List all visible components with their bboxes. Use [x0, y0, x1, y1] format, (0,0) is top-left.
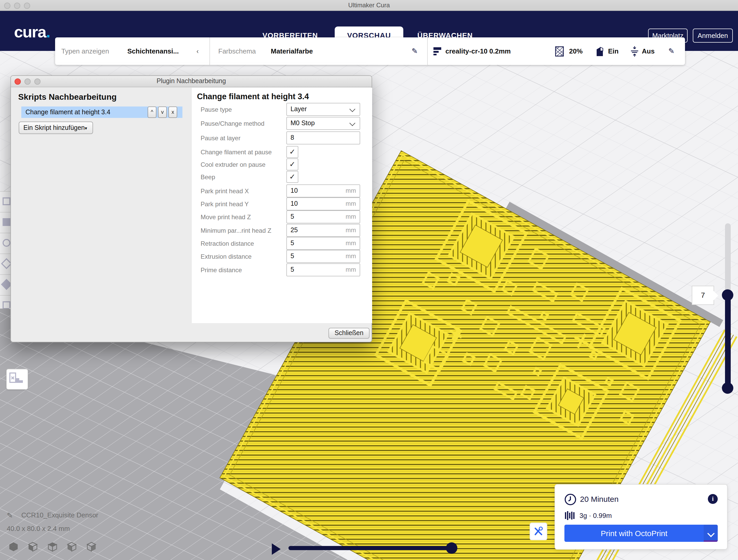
tool-button[interactable] [0, 274, 11, 296]
field-row: Pause type Layer [192, 103, 372, 116]
layer-slider-range[interactable] [725, 295, 731, 388]
left-tool-strip [0, 191, 11, 309]
path-slider-track[interactable] [289, 546, 448, 550]
adhesion-value[interactable]: Aus [642, 37, 655, 65]
tool-button[interactable] [0, 212, 11, 233]
unit-label: mm [346, 264, 356, 276]
unit-label: mm [346, 250, 356, 262]
dialog-minimize-button[interactable] [24, 78, 31, 85]
dialog-zoom-button[interactable] [34, 78, 41, 85]
view-left-icon[interactable] [66, 542, 78, 552]
print-with-octoprint-button[interactable]: Print with OctoPrint [565, 525, 718, 542]
per-model-settings-icon [9, 373, 24, 385]
minimum-park-head-z-input[interactable]: 25 mm [286, 224, 360, 237]
tool-button[interactable] [0, 191, 11, 212]
print-profile-value[interactable]: creality-cr-10 0.2mm [445, 37, 511, 65]
prime-distance-input[interactable]: 5 mm [286, 263, 360, 276]
field-label: Extrusion distance [201, 253, 252, 260]
pause-at-layer-input[interactable]: 8 [286, 131, 360, 144]
play-path-button[interactable] [272, 543, 281, 555]
support-icon [596, 46, 605, 57]
info-icon[interactable]: i [708, 494, 718, 504]
field-row: Prime distance 5 mm [192, 263, 372, 276]
view-settings-toolbar: Typen anzeigen Schichtenansi... ‹ Farbsc… [55, 37, 685, 65]
macos-titlebar: Ultimaker Cura [0, 0, 738, 11]
material-estimate: 3g · 0.99m [580, 512, 612, 520]
path-slider-handle[interactable] [446, 542, 457, 554]
pause-method-select[interactable]: M0 Stop [286, 117, 360, 130]
print-options-dropdown[interactable] [704, 525, 718, 542]
view-front-icon[interactable] [27, 542, 39, 552]
close-dialog-button[interactable]: Schließen [328, 328, 370, 339]
field-row: Pause at layer 8 [192, 131, 372, 144]
tool-button[interactable] [0, 253, 11, 275]
tool-icon [3, 218, 10, 226]
chevron-down-icon [350, 106, 355, 112]
layer-slider-bottom-handle[interactable] [722, 382, 733, 394]
move-head-z-input[interactable]: 5 mm [286, 210, 360, 223]
dialog-titlebar[interactable]: Plugin Nachbearbeitung [11, 76, 372, 87]
check-icon: ✓ [289, 147, 295, 156]
park-head-x-input[interactable]: 10 mm [286, 184, 360, 197]
model-dimensions: 40.0 x 80.0 x 2.4 mm [7, 525, 70, 532]
retraction-distance-input[interactable]: 5 mm [286, 237, 360, 250]
collapse-panel-icon[interactable]: ‹ [197, 37, 199, 65]
park-head-y-input[interactable]: 10 mm [286, 197, 360, 210]
minimize-window-button[interactable] [14, 3, 20, 9]
infill-value[interactable]: 20% [569, 37, 583, 65]
layer-slider-top-handle[interactable] [722, 290, 733, 301]
per-model-settings-button[interactable] [6, 369, 28, 390]
wrench-icon [533, 526, 543, 537]
selected-script-label: Change filament at height 3.4 [25, 109, 110, 116]
material-icon [565, 511, 576, 520]
script-settings-heading: Change filament at height 3.4 [197, 92, 309, 101]
move-script-down-button[interactable]: v [158, 106, 167, 118]
zoom-window-button[interactable] [24, 3, 30, 9]
cool-extruder-checkbox[interactable]: ✓ [286, 158, 298, 170]
view-3d-icon[interactable] [8, 542, 19, 552]
camera-view-presets [8, 542, 97, 554]
field-label: Pause type [201, 106, 232, 113]
move-script-up-button[interactable]: ^ [147, 106, 156, 118]
change-filament-checkbox[interactable]: ✓ [286, 146, 298, 158]
layer-number-badge: 7 [692, 286, 714, 305]
edit-model-name-icon[interactable]: ✎ [7, 511, 13, 520]
tool-icon [1, 258, 11, 269]
pause-type-select[interactable]: Layer [286, 103, 360, 116]
unit-label: mm [346, 185, 356, 197]
field-label: Beep [201, 173, 215, 180]
toolbar-divider [210, 37, 210, 65]
field-row: Cool extruder on pause ✓ [192, 158, 372, 170]
view-top-icon[interactable] [47, 542, 58, 552]
dialog-close-button[interactable] [15, 78, 21, 85]
field-row: Minimum par...rint head Z 25 mm [192, 224, 372, 237]
color-scheme-dropdown[interactable]: Materialfarbe [271, 37, 313, 65]
support-value[interactable]: Ein [608, 37, 619, 65]
unit-label: mm [346, 237, 356, 249]
close-window-button[interactable] [4, 3, 10, 9]
tool-icon [3, 197, 10, 205]
field-label: Change filament at pause [201, 148, 272, 155]
extrusion-distance-input[interactable]: 5 mm [286, 250, 360, 263]
tool-icon [3, 239, 10, 247]
sign-in-button[interactable]: Anmelden [693, 29, 733, 43]
field-row: Park print head X 10 mm [192, 184, 372, 197]
tool-button[interactable] [0, 295, 11, 309]
field-label: Move print head Z [201, 213, 251, 220]
scripts-heading: Skripts Nachbearbeitung [18, 92, 117, 102]
remove-script-button[interactable]: x [168, 106, 177, 118]
tool-icon [3, 301, 10, 309]
edit-print-settings-icon[interactable]: ✎ [668, 37, 674, 65]
tool-button[interactable] [0, 233, 11, 254]
caret-down-icon: ▾ [85, 126, 87, 131]
print-tools-button[interactable] [529, 523, 547, 540]
edit-view-settings-icon[interactable]: ✎ [412, 37, 418, 65]
view-right-icon[interactable] [86, 542, 97, 552]
dialog-title: Plugin Nachbearbeitung [11, 76, 372, 87]
print-button-label: Print with OctoPrint [565, 525, 704, 542]
beep-checkbox[interactable]: ✓ [286, 171, 298, 183]
unit-label: mm [346, 211, 356, 223]
add-script-dropdown-button[interactable]: Ein Skript hinzufügen▾ [19, 121, 93, 134]
print-job-panel: 20 Minuten i 3g · 0.99m Print with OctoP… [555, 484, 728, 550]
view-type-dropdown[interactable]: Schichtenansi... [127, 37, 179, 65]
